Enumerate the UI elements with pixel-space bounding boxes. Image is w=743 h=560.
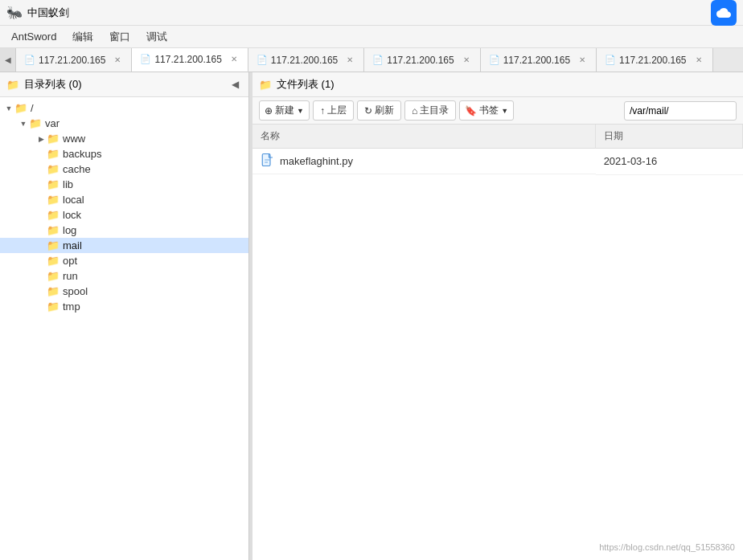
tree-node-run[interactable]: 📁 run — [0, 268, 248, 284]
tree-node-www[interactable]: ▶ 📁 www — [0, 131, 248, 146]
tab-folder-icon-6: 📄 — [605, 55, 616, 65]
tree-node-lib[interactable]: 📁 lib — [0, 177, 248, 192]
backups-folder-icon: 📁 — [47, 148, 60, 160]
log-folder-icon: 📁 — [47, 224, 60, 236]
refresh-button[interactable]: ↻ 刷新 — [357, 100, 401, 121]
tab-close-3[interactable]: ✕ — [344, 55, 355, 66]
tree-node-root[interactable]: ▼ 📁 / — [0, 100, 248, 116]
tree-node-opt[interactable]: 📁 opt — [0, 253, 248, 268]
menu-antsword[interactable]: AntSword — [3, 27, 64, 46]
tree-label-local: local — [63, 194, 84, 206]
tab-4[interactable]: 📄 117.21.200.165 ✕ — [364, 48, 480, 72]
new-dropdown-icon: ▼ — [297, 107, 304, 115]
home-label: 主目录 — [420, 104, 449, 117]
toggle-www[interactable]: ▶ — [35, 135, 47, 143]
tab-close-4[interactable]: ✕ — [461, 55, 472, 66]
col-date[interactable]: 日期 — [596, 125, 743, 149]
menu-edit[interactable]: 编辑 — [64, 27, 101, 47]
tree-node-var[interactable]: ▼ 📁 var — [0, 116, 248, 131]
tab-close-5[interactable]: ✕ — [577, 55, 588, 66]
cloud-icon — [711, 0, 737, 26]
app-title: 中国蚁剑 — [27, 6, 69, 20]
directory-tree: ▼ 📁 / ▼ 📁 var ▶ 📁 www 📁 backups — [0, 97, 248, 560]
bookmark-dropdown-icon: ▼ — [501, 107, 508, 115]
bookmark-button[interactable]: 🔖 书签 ▼ — [459, 100, 514, 121]
up-button[interactable]: ↑ 上层 — [313, 100, 354, 121]
tree-node-tmp[interactable]: 📁 tmp — [0, 299, 248, 314]
path-input[interactable] — [624, 101, 737, 121]
tree-label-log: log — [63, 224, 76, 236]
main-layout: 📁 目录列表 (0) ◀ ▼ 📁 / ▼ 📁 var ▶ 📁 www — [0, 72, 743, 560]
cache-folder-icon: 📁 — [47, 163, 60, 175]
left-panel-header: 📁 目录列表 (0) ◀ — [0, 72, 248, 97]
opt-folder-icon: 📁 — [47, 255, 60, 267]
tab-scroll-left[interactable]: ◀ — [0, 48, 16, 72]
lib-folder-icon: 📁 — [47, 178, 60, 190]
tab-close-6[interactable]: ✕ — [693, 55, 704, 66]
tab-2[interactable]: 📄 117.21.200.165 ✕ — [132, 48, 248, 72]
tree-node-local[interactable]: 📁 local — [0, 192, 248, 207]
local-folder-icon: 📁 — [47, 194, 60, 206]
toggle-root[interactable]: ▼ — [3, 104, 14, 112]
tab-label-1: 117.21.200.165 — [39, 55, 105, 66]
collapse-button[interactable]: ◀ — [228, 77, 242, 92]
menu-debug[interactable]: 调试 — [138, 27, 175, 47]
tree-node-lock[interactable]: 📁 lock — [0, 207, 248, 223]
lock-folder-icon: 📁 — [47, 209, 60, 221]
root-folder-icon: 📁 — [14, 102, 27, 114]
tree-node-spool[interactable]: 📁 spool — [0, 284, 248, 299]
file-name-cell: makeflaghint.py — [252, 149, 596, 174]
tree-label-opt: opt — [63, 255, 77, 267]
tree-label-www: www — [63, 133, 85, 145]
toggle-var[interactable]: ▼ — [18, 120, 29, 128]
new-button[interactable]: ⊕ 新建 ▼ — [259, 100, 310, 121]
table-row[interactable]: makeflaghint.py 2021-03-16 — [252, 149, 743, 175]
tab-3[interactable]: 📄 117.21.200.165 ✕ — [248, 48, 364, 72]
tab-folder-icon-2: 📄 — [140, 54, 151, 64]
home-button[interactable]: ⌂ 主目录 — [404, 100, 456, 121]
var-folder-icon: 📁 — [29, 117, 42, 129]
tree-label-var: var — [45, 117, 60, 129]
file-name: makeflaghint.py — [280, 155, 353, 167]
tab-label-5: 117.21.200.165 — [503, 55, 570, 66]
www-folder-icon: 📁 — [47, 133, 60, 145]
tmp-folder-icon: 📁 — [47, 300, 60, 313]
tab-close-2[interactable]: ✕ — [228, 54, 240, 65]
up-icon: ↑ — [320, 105, 325, 116]
left-panel-title: 目录列表 (0) — [24, 77, 82, 92]
tab-1[interactable]: 📄 117.21.200.165 ✕ — [16, 48, 132, 72]
file-list-icon: 📁 — [259, 79, 272, 91]
menu-bar: AntSword 编辑 窗口 调试 — [0, 26, 743, 48]
tree-label-spool: spool — [63, 285, 88, 297]
tabs-bar: ◀ 📄 117.21.200.165 ✕ 📄 117.21.200.165 ✕ … — [0, 48, 743, 72]
app-icon: 🐜 — [6, 5, 23, 20]
run-folder-icon: 📁 — [47, 270, 60, 282]
up-label: 上层 — [327, 104, 347, 117]
tree-node-cache[interactable]: 📁 cache — [0, 161, 248, 177]
tab-label-2: 117.21.200.165 — [154, 54, 221, 65]
refresh-label: 刷新 — [375, 104, 394, 117]
right-panel-header: 📁 文件列表 (1) — [252, 72, 743, 97]
title-bar: 🐜 中国蚁剑 — [0, 0, 743, 26]
tab-5[interactable]: 📄 117.21.200.165 ✕ — [481, 48, 597, 72]
tree-node-mail[interactable]: 📁 mail — [0, 238, 248, 253]
tab-label-6: 117.21.200.165 — [619, 55, 686, 66]
tree-label-run: run — [63, 270, 78, 282]
tree-label-backups: backups — [63, 148, 101, 160]
new-label: 新建 — [275, 104, 294, 117]
tab-label-3: 117.21.200.165 — [271, 55, 338, 66]
tree-node-backups[interactable]: 📁 backups — [0, 146, 248, 161]
tab-close-1[interactable]: ✕ — [112, 55, 123, 66]
refresh-icon: ↻ — [364, 105, 372, 116]
tab-folder-icon-3: 📄 — [257, 55, 268, 65]
tree-node-log[interactable]: 📁 log — [0, 223, 248, 238]
tab-6[interactable]: 📄 117.21.200.165 ✕ — [597, 48, 712, 72]
right-panel-title: 文件列表 (1) — [277, 77, 335, 92]
col-name[interactable]: 名称 — [252, 125, 596, 149]
file-date-cell: 2021-03-16 — [596, 149, 743, 175]
tree-label-lock: lock — [63, 209, 81, 221]
menu-window[interactable]: 窗口 — [101, 27, 138, 47]
tab-label-4: 117.21.200.165 — [387, 55, 454, 66]
bookmark-label: 书签 — [479, 104, 499, 117]
bookmark-icon: 🔖 — [465, 105, 477, 116]
